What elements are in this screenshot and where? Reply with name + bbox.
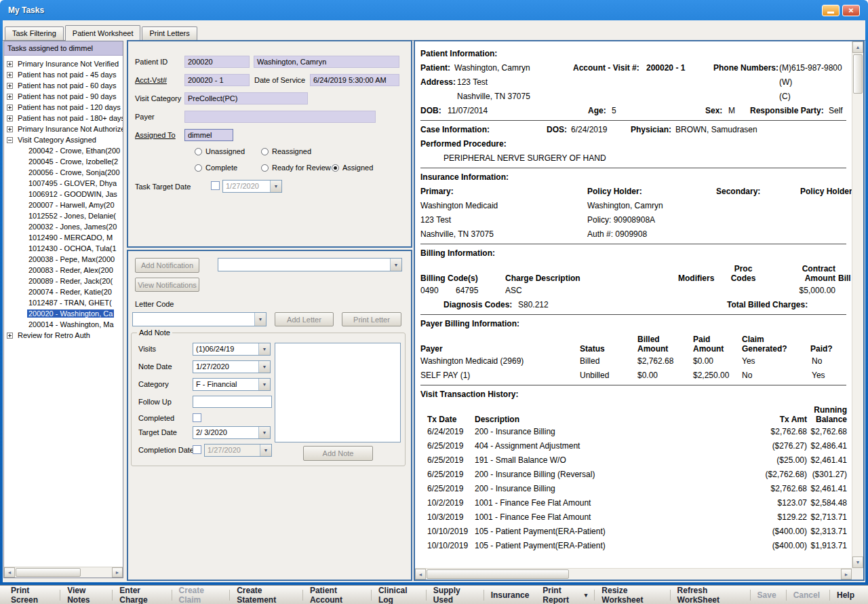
tree-item-visit[interactable]: 200056 - Crowe, Sonja(200: [4, 167, 123, 178]
tree-item-visit[interactable]: 200074 - Reder, Katie(20: [4, 286, 123, 297]
calendar-dropdown-icon[interactable]: ▼: [260, 445, 271, 456]
tree-item-visit[interactable]: 200042 - Crowe, Ethan(200: [4, 145, 123, 156]
status-button[interactable]: Refresh WorkSheet: [671, 590, 751, 601]
target-date-picker[interactable]: 2/ 3/2020 ▼: [193, 426, 271, 439]
category-select[interactable]: F - Financial ▼: [193, 378, 271, 391]
tree-item[interactable]: Review for Retro Auth: [4, 330, 123, 341]
tree-item-visit-category-assigned[interactable]: Visit Category Assigned: [4, 134, 123, 145]
print-letter-button[interactable]: Print Letter: [342, 312, 401, 326]
tree-item-visit[interactable]: 200014 - Washington, Ma: [4, 319, 123, 330]
tree-item-visit[interactable]: 200007 - Harwell, Amy(20: [4, 200, 123, 210]
tree-item[interactable]: Primary Insurance Not Verified: [4, 58, 123, 69]
tree-item-visit[interactable]: 200045 - Crowe, Izobelle(2: [4, 156, 123, 167]
status-button[interactable]: Insurance: [484, 590, 536, 601]
letter-code-select[interactable]: ▼: [132, 312, 267, 326]
expand-icon[interactable]: [7, 72, 13, 78]
payer-field[interactable]: [184, 111, 376, 123]
expand-icon[interactable]: [7, 115, 13, 121]
scrollbar-thumb[interactable]: [853, 54, 863, 94]
status-button[interactable]: Resize Worksheet: [595, 590, 670, 601]
visit-category-field[interactable]: PreCollect(PC): [184, 92, 308, 105]
tree-item-visit[interactable]: 1012487 - TRAN, GHET(: [4, 297, 123, 308]
tree-item-visit[interactable]: 1012552 - Jones, Delanie(: [4, 210, 123, 221]
expand-icon[interactable]: [7, 61, 13, 67]
tree-item-visit[interactable]: 1006912 - GOODWIN, Jas: [4, 189, 123, 200]
assigned-to-field[interactable]: dimmel: [184, 129, 233, 141]
tree-item-visit[interactable]: 1012430 - OCHOA, Tula(1: [4, 243, 123, 254]
add-notification-button[interactable]: Add Notification: [135, 258, 199, 273]
scrollbar-track[interactable]: [852, 53, 863, 556]
info-horizontal-scrollbar[interactable]: ◄ ►: [415, 568, 852, 580]
view-notifications-button[interactable]: View Notifications: [135, 278, 199, 292]
status-button[interactable]: Supply Used: [427, 590, 484, 601]
status-button[interactable]: Help: [830, 590, 864, 601]
radio-assigned[interactable]: [332, 164, 339, 172]
dropdown-arrow-icon[interactable]: ▼: [254, 313, 266, 326]
visits-select[interactable]: (1)06/24/19 ▼: [193, 343, 271, 356]
note-text-area[interactable]: [275, 343, 401, 442]
note-date-picker[interactable]: 1/27/2020 ▼: [193, 360, 271, 373]
tree-item-visit[interactable]: 200020 - Washington, Ca: [4, 308, 123, 319]
status-button[interactable]: Cancel: [787, 590, 830, 601]
status-button[interactable]: Print Report ▾: [536, 590, 595, 601]
calendar-dropdown-icon[interactable]: ▼: [258, 427, 270, 438]
scroll-down-button[interactable]: ▼: [852, 556, 863, 568]
expand-icon[interactable]: [7, 94, 13, 100]
notification-select[interactable]: ▼: [218, 258, 402, 271]
scrollbar-thumb[interactable]: [16, 568, 81, 577]
acct-vst-field[interactable]: 200020 - 1: [184, 74, 250, 86]
radio-reassigned[interactable]: [261, 148, 269, 155]
minimize-button[interactable]: [822, 5, 840, 16]
scroll-right-button[interactable]: ►: [841, 569, 852, 580]
scrollbar-track[interactable]: [15, 567, 112, 578]
scroll-left-button[interactable]: ◄: [415, 569, 426, 580]
info-vertical-scrollbar[interactable]: ▲ ▼: [852, 41, 863, 568]
tree-item-visit[interactable]: 200038 - Pepe, Max(2000: [4, 254, 123, 265]
status-button[interactable]: Create Statement: [230, 590, 303, 601]
radio-complete[interactable]: [195, 164, 202, 172]
scrollbar-track[interactable]: [426, 569, 841, 580]
expand-icon[interactable]: [7, 83, 13, 89]
tree-item-visit[interactable]: 1007495 - GLOVER, Dhya: [4, 178, 123, 189]
scroll-right-button[interactable]: ►: [112, 567, 123, 578]
expand-icon[interactable]: [7, 333, 13, 339]
status-button[interactable]: Patient Account: [303, 590, 372, 601]
add-note-button[interactable]: Add Note: [303, 446, 373, 461]
tab-print-letters[interactable]: Print Letters: [142, 26, 197, 40]
close-button[interactable]: ✕: [842, 5, 860, 16]
tree-item-visit[interactable]: 200089 - Reder, Jack(20(: [4, 276, 123, 286]
dropdown-arrow-icon[interactable]: ▼: [258, 343, 270, 355]
tree-item-visit[interactable]: 1012490 - MERCADO, M: [4, 232, 123, 243]
dropdown-arrow-icon[interactable]: ▼: [390, 259, 401, 271]
status-button[interactable]: View Notes: [60, 590, 113, 601]
sidebar-horizontal-scrollbar[interactable]: ◄ ►: [4, 567, 123, 578]
dropdown-arrow-icon[interactable]: ▼: [258, 379, 270, 390]
dropdown-arrow-icon[interactable]: ▼: [270, 181, 281, 192]
tree-item[interactable]: Patient has not paid - 45 days: [4, 69, 123, 80]
status-button[interactable]: Clinical Log: [372, 590, 427, 601]
add-letter-button[interactable]: Add Letter: [275, 312, 334, 326]
completion-date-picker[interactable]: 1/27/2020 ▼: [204, 444, 272, 457]
radio-ready-for-review[interactable]: [261, 164, 269, 172]
scroll-up-button[interactable]: ▲: [852, 41, 863, 53]
status-button[interactable]: Print Screen: [4, 590, 60, 601]
tree-item[interactable]: Patient has not paid - 60 days: [4, 80, 123, 91]
task-target-date-picker[interactable]: 1/27/2020 ▼: [222, 180, 282, 193]
tree-item-visit[interactable]: 200032 - Jones, James(20: [4, 221, 123, 232]
scrollbar-thumb[interactable]: [427, 569, 569, 579]
completion-date-checkbox[interactable]: [193, 445, 201, 454]
tree-item[interactable]: Patient has not paid - 120 days: [4, 102, 123, 113]
scroll-left-button[interactable]: ◄: [4, 567, 15, 578]
patient-name-field[interactable]: Washington, Camryn: [254, 56, 399, 68]
date-of-service-field[interactable]: 6/24/2019 5:30:00 AM: [310, 74, 399, 86]
expand-icon[interactable]: [7, 105, 13, 111]
follow-up-input[interactable]: [193, 396, 272, 408]
tree-item[interactable]: Primary Insurance Not Authorized: [4, 124, 123, 134]
status-button[interactable]: Enter Charge: [113, 590, 172, 601]
radio-unassigned[interactable]: [195, 148, 202, 155]
expand-icon[interactable]: [7, 126, 13, 132]
completed-checkbox[interactable]: [193, 413, 201, 422]
calendar-dropdown-icon[interactable]: ▼: [258, 361, 270, 373]
status-button[interactable]: Create Claim: [172, 590, 231, 601]
patient-id-field[interactable]: 200020: [184, 56, 250, 68]
